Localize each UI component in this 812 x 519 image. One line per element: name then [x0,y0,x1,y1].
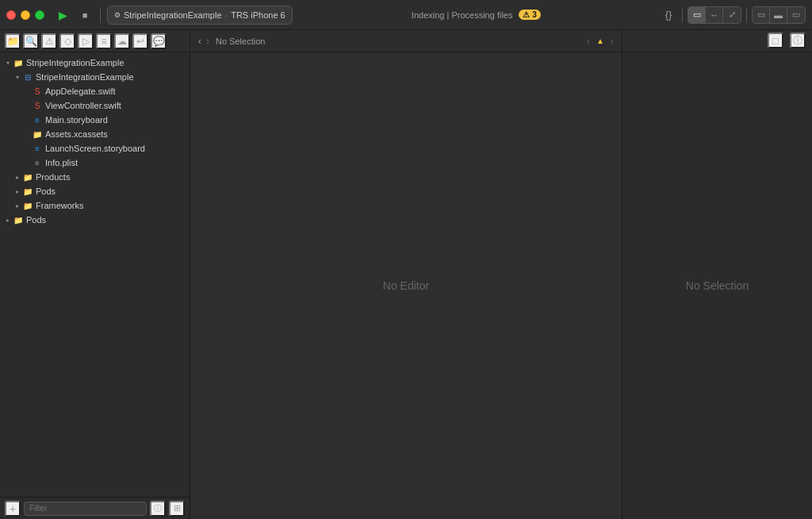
tree-item-launchscreen[interactable]: ≡ LaunchScreen.storyboard [0,141,190,156]
tree-item-products[interactable]: 📁 Products [0,170,190,184]
separator-2 [682,7,683,23]
source-icon-btn[interactable]: ↩ [132,33,148,49]
tree-item-viewcontroller[interactable]: S ViewController.swift [0,98,190,113]
back-arrow[interactable]: ‹ [197,36,203,47]
disclosure-viewcontroller [22,101,32,110]
close-button[interactable] [6,10,16,20]
separator-pipe: › [225,10,228,20]
tree-item-assets[interactable]: 📁 Assets.xcassets [0,127,190,141]
item-label-pods-root: Pods [26,215,46,225]
separator-1 [100,7,101,23]
disclosure-project [13,72,22,82]
item-label-products: Products [36,172,70,182]
info-icon-btn[interactable]: ⓘ [790,33,806,48]
disclosure-launchscreen [22,144,32,153]
test-icon-btn[interactable]: ◇ [59,33,75,49]
xcassets-icon-assets: 📁 [32,129,43,140]
folder-icon-btn[interactable]: 📁 [5,33,21,49]
chat-icon-btn[interactable]: 💬 [151,33,167,49]
tree-item-infoplist[interactable]: ≡ Info.plist [0,156,190,170]
maximize-button[interactable] [35,10,44,20]
right-panel-toolbar: □ ⓘ [622,30,812,52]
tree-item-frameworks[interactable]: 📁 Frameworks [0,198,190,213]
show-inspector-btn[interactable]: ▭ [787,7,805,23]
item-label-appdelegate: AppDelegate.swift [45,86,116,96]
forward-arrow[interactable]: › [205,36,211,47]
item-label-pods-project: Pods [36,186,56,196]
filter-info-btn[interactable]: ⓘ [150,501,166,517]
disclosure-assets [22,129,32,139]
project-icon: ⊟ [22,71,33,83]
item-label-main: Main.storyboard [45,115,108,125]
show-navigator-btn[interactable]: ▭ [753,7,770,23]
report-icon-btn[interactable]: ☁ [114,33,130,49]
breadcrumb: No Selection [216,37,265,46]
single-editor-btn[interactable]: ▭ [688,7,706,23]
disclosure-root [3,58,13,67]
device-name: TRS iPhone 6 [231,10,285,20]
right-panel: No Selection [622,52,812,519]
sidebar: 📁 StripeIntegrationExample ⊟ StripeInteg… [0,52,190,519]
item-label-viewcontroller: ViewController.swift [45,101,121,110]
minimize-button[interactable] [21,10,30,20]
editor-layout-group: ▭ ↔ ⤢ [688,6,741,24]
disclosure-appdelegate [22,86,32,96]
warning-triangle: ▲ [596,37,604,45]
next-issue[interactable]: › [609,36,615,47]
filter-input[interactable] [24,502,147,516]
issues-icon-btn[interactable]: ⚠ [41,33,57,49]
item-label-launchscreen: LaunchScreen.storyboard [45,144,145,153]
warning-badge: ⚠ 3 [519,10,540,20]
folder-icon-pods-root: 📁 [13,214,24,225]
filter-options-btn[interactable]: ⊞ [169,501,185,517]
secondary-toolbar: 📁 🔍 ⚠ ◇ ▷ ≡ ☁ ↩ 💬 ‹ › No Selection ‹ ▲ ›… [0,30,812,52]
traffic-lights [6,10,44,20]
show-debug-btn[interactable]: ▬ [770,7,787,23]
version-editor-btn[interactable]: ⤢ [723,7,741,23]
item-label-frameworks: Frameworks [36,201,84,210]
scheme-icon: ⚙ [114,11,121,19]
disclosure-pods-root [3,215,13,225]
new-file-icon-btn[interactable]: □ [768,33,783,48]
status-text: Indexing | Processing files [412,10,513,20]
editor-toolbar: ‹ › No Selection ‹ ▲ › [190,36,622,47]
panel-layout-group: ▭ ▬ ▭ [752,6,806,24]
main-content: 📁 StripeIntegrationExample ⊟ StripeInteg… [0,52,812,519]
code-view-button[interactable]: {} [660,6,677,24]
status-bar-center: Indexing | Processing files ⚠ 3 [297,10,655,20]
swift-icon-viewcontroller: S [32,100,43,111]
folder-icon-frameworks: 📁 [22,200,33,211]
scheme-selector[interactable]: ⚙ StripeIntegrationExample › TRS iPhone … [107,6,293,25]
run-button[interactable]: ▶ [54,6,71,24]
item-label-infoplist: Info.plist [45,158,78,167]
separator-3 [746,7,747,23]
title-bar: ▶ ■ ⚙ StripeIntegrationExample › TRS iPh… [0,0,812,30]
disclosure-pods-project [13,186,22,196]
storyboard-icon-main: ≡ [32,114,43,125]
add-file-button[interactable]: + [5,501,21,517]
no-editor-label: No Editor [383,279,429,292]
toolbar-right: {} ▭ ↔ ⤢ ▭ ▬ ▭ [660,6,806,24]
folder-icon-pods-project: 📁 [22,186,33,197]
breakpoints-icon-btn[interactable]: ≡ [96,33,112,49]
tree-item-appdelegate[interactable]: S AppDelegate.swift [0,84,190,98]
stop-button[interactable]: ■ [76,6,94,24]
assistant-editor-btn[interactable]: ↔ [706,7,723,23]
tree-item-pods-root[interactable]: 📁 Pods [0,213,190,227]
disclosure-frameworks [13,201,22,210]
tree-item-root[interactable]: 📁 StripeIntegrationExample [0,56,190,70]
tree-item-pods-project[interactable]: 📁 Pods [0,184,190,198]
scheme-name: StripeIntegrationExample [124,10,222,20]
storyboard-icon-launch: ≡ [32,143,43,154]
search-icon-btn[interactable]: 🔍 [23,33,39,49]
disclosure-products [13,172,22,182]
tree-item-project[interactable]: ⊟ StripeIntegrationExample [0,70,190,84]
disclosure-main [22,115,32,125]
swift-icon-appdelegate: S [32,86,43,97]
item-label-project: StripeIntegrationExample [36,72,134,82]
folder-icon-products: 📁 [22,171,33,183]
prev-issue[interactable]: ‹ [585,36,592,47]
tree-item-main[interactable]: ≡ Main.storyboard [0,113,190,127]
right-panel-content: No Selection [622,52,812,519]
debug-icon-btn[interactable]: ▷ [78,33,94,49]
